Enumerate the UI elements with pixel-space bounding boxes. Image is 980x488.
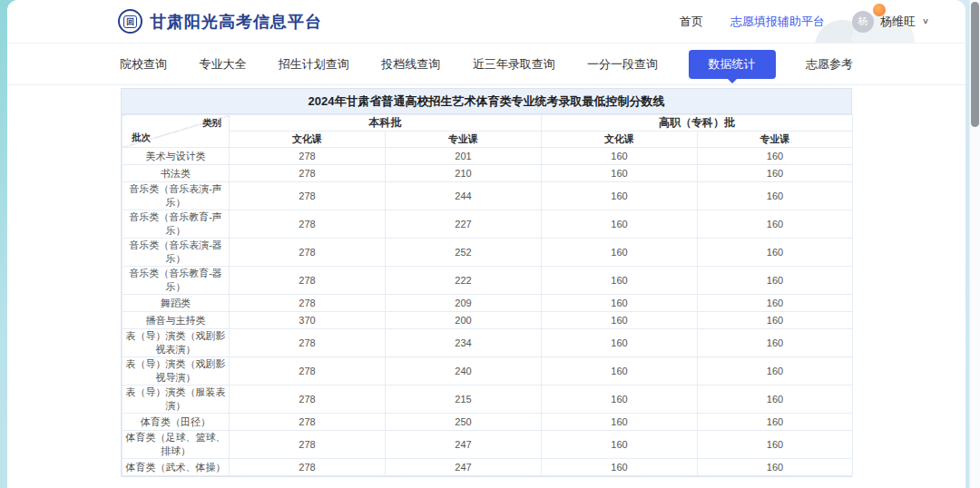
- score-cell: 278: [230, 182, 386, 210]
- scrollbar-thumb[interactable]: [971, 2, 979, 127]
- score-cell: 278: [230, 295, 386, 312]
- score-cell: 278: [230, 165, 386, 182]
- score-cell: 160: [542, 210, 698, 239]
- category-cell: 体育类（武术、体操）: [122, 459, 230, 476]
- score-cell: 160: [542, 357, 698, 386]
- table-row: 音乐类（音乐表演-声乐）278244160160: [122, 182, 853, 210]
- score-cell: 210: [386, 165, 542, 182]
- score-cell: 160: [698, 182, 853, 210]
- score-cell: 160: [542, 267, 698, 295]
- table-row: 体育类（田径）278250160160: [122, 414, 853, 431]
- brand: 回 甘肃阳光高考信息平台: [118, 9, 322, 34]
- nav-tab[interactable]: 招生计划查询: [277, 50, 351, 79]
- home-link[interactable]: 首页: [680, 14, 703, 30]
- score-cell: 160: [698, 239, 853, 267]
- score-cell: 278: [230, 357, 386, 386]
- nav-tab[interactable]: 一分一段查询: [585, 50, 660, 79]
- score-cell: 278: [230, 431, 386, 459]
- table-title: 2024年甘肃省普通高校招生艺术体育类专业统考录取最低控制分数线: [122, 89, 851, 114]
- score-cell: 160: [542, 239, 698, 267]
- corner-label-batch: 批次: [132, 132, 151, 144]
- score-cell: 160: [698, 165, 853, 182]
- category-cell: 音乐类（音乐教育-声乐）: [122, 210, 230, 239]
- nav-tab[interactable]: 近三年录取查询: [471, 50, 557, 79]
- score-cell: 160: [698, 267, 853, 295]
- score-cell: 222: [386, 267, 542, 295]
- category-cell: 音乐类（音乐表演-声乐）: [122, 182, 230, 210]
- nav-tabs: 院校查询专业大全招生计划查询投档线查询近三年录取查询一分一段查询数据统计志愿参考: [118, 50, 855, 79]
- table-row: 音乐类（音乐教育-器乐）278222160160: [122, 267, 853, 295]
- score-cell: 278: [230, 386, 386, 414]
- course-header: 专业课: [386, 132, 542, 148]
- content-area: 2024年甘肃省普通高校招生艺术体育类专业统考录取最低控制分数线 类别 批次 本…: [121, 88, 852, 488]
- score-cell: 160: [698, 312, 853, 329]
- score-cell: 278: [230, 414, 386, 431]
- score-cell: 160: [542, 459, 698, 476]
- score-cell: 160: [698, 329, 853, 357]
- table-row: 表（导）演类（戏剧影视表演）278234160160: [122, 329, 853, 357]
- score-cell: 209: [386, 295, 542, 312]
- art-sports-table-body: 美术与设计类278201160160书法类278210160160音乐类（音乐表…: [122, 148, 853, 476]
- corner-label-category: 类别: [202, 117, 221, 130]
- score-cell: 160: [698, 459, 853, 476]
- score-cell: 160: [542, 182, 698, 210]
- score-cell: 227: [386, 210, 542, 239]
- score-cell: 244: [386, 182, 542, 210]
- main-card: 回 甘肃阳光高考信息平台 首页 志愿填报辅助平台 杨 杨维旺 ∨ 院校查询专业大…: [7, 0, 965, 488]
- score-cell: 160: [698, 210, 853, 239]
- nav-tab[interactable]: 院校查询: [118, 50, 169, 79]
- score-cell: 278: [230, 459, 386, 476]
- table-row: 美术与设计类278201160160: [122, 148, 853, 165]
- score-cell: 252: [386, 239, 542, 267]
- user-menu[interactable]: 杨 杨维旺 ∨: [852, 11, 929, 33]
- nav-tab[interactable]: 数据统计: [689, 50, 776, 79]
- nav-tab[interactable]: 志愿参考: [804, 50, 855, 79]
- score-cell: 278: [230, 210, 386, 239]
- score-cell: 240: [386, 357, 542, 386]
- score-cell: 160: [542, 386, 698, 414]
- score-cell: 160: [542, 148, 698, 165]
- batch-header-vocational: 高职（专科）批: [542, 115, 853, 132]
- score-cell: 160: [698, 414, 853, 431]
- nav-tab[interactable]: 投档线查询: [379, 50, 442, 79]
- batch-header-undergraduate: 本科批: [230, 115, 542, 132]
- category-cell: 舞蹈类: [122, 295, 230, 312]
- score-cell: 247: [386, 431, 542, 459]
- score-cell: 160: [698, 295, 853, 312]
- category-cell: 表（导）演类（戏剧影视表演）: [122, 329, 230, 357]
- category-cell: 音乐类（音乐教育-器乐）: [122, 267, 230, 295]
- category-cell: 体育类（田径）: [122, 414, 230, 431]
- score-cell: 234: [386, 329, 542, 357]
- table-row: 音乐类（音乐教育-声乐）278227160160: [122, 210, 853, 239]
- score-cell: 215: [386, 386, 542, 414]
- category-cell: 美术与设计类: [122, 148, 230, 165]
- category-cell: 书法类: [122, 165, 230, 182]
- chevron-down-icon: ∨: [922, 16, 929, 25]
- score-cell: 278: [230, 329, 386, 357]
- course-header: 文化课: [230, 132, 386, 148]
- nav-tab[interactable]: 专业大全: [197, 50, 248, 79]
- score-cell: 160: [542, 165, 698, 182]
- score-cell: 278: [230, 239, 386, 267]
- avatar[interactable]: 杨: [852, 11, 874, 33]
- diagonal-header-cell: 类别 批次: [122, 115, 230, 148]
- table-row: 体育类（足球、篮球、排球）278247160160: [122, 431, 853, 459]
- score-cell: 160: [698, 357, 853, 386]
- table-row: 舞蹈类278209160160: [122, 295, 853, 312]
- course-header: 文化课: [542, 132, 698, 148]
- assist-platform-link[interactable]: 志愿填报辅助平台: [730, 14, 825, 30]
- score-cell: 200: [386, 312, 542, 329]
- table-row: 表（导）演类（服装表演）278215160160: [122, 386, 853, 414]
- table-row: 音乐类（音乐表演-器乐）278252160160: [122, 239, 853, 267]
- category-cell: 表（导）演类（服装表演）: [122, 386, 230, 414]
- art-sports-score-table: 2024年甘肃省普通高校招生艺术体育类专业统考录取最低控制分数线 类别 批次 本…: [121, 88, 852, 477]
- table-row: 体育类（武术、体操）278247160160: [122, 459, 853, 476]
- user-name: 杨维旺: [880, 14, 916, 30]
- nav-bar: 院校查询专业大全招生计划查询投档线查询近三年录取查询一分一段查询数据统计志愿参考: [7, 44, 965, 85]
- score-cell: 160: [542, 312, 698, 329]
- score-cell: 278: [230, 148, 386, 165]
- score-cell: 160: [542, 414, 698, 431]
- category-cell: 播音与主持类: [122, 312, 230, 329]
- scrollbar[interactable]: [969, 0, 980, 488]
- category-cell: 表（导）演类（戏剧影视导演）: [122, 357, 230, 386]
